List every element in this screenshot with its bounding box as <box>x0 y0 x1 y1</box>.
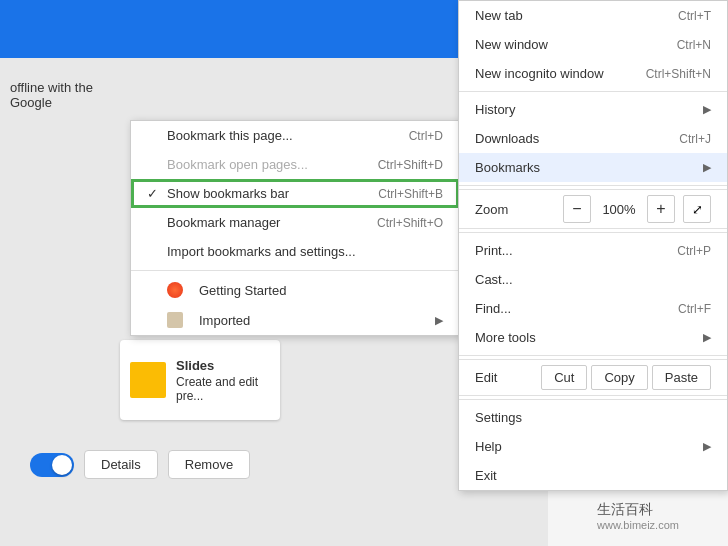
page-text: offline with the Google <box>10 80 130 110</box>
bookmark-page-label: Bookmark this page... <box>167 128 409 143</box>
history-label: History <box>475 102 703 117</box>
slides-description: Create and edit pre... <box>176 375 270 403</box>
show-bookmarks-label: Show bookmarks bar <box>167 186 378 201</box>
bookmarks-submenu: Bookmark this page... Ctrl+D Bookmark op… <box>130 120 460 336</box>
new-incognito-label: New incognito window <box>475 66 646 81</box>
new-window-label: New window <box>475 37 677 52</box>
toggle-area: Details Remove <box>30 450 250 479</box>
slides-title: Slides <box>176 358 270 373</box>
sep-4 <box>459 355 727 356</box>
new-tab-label: New tab <box>475 8 678 23</box>
zoom-plus-button[interactable]: + <box>647 195 675 223</box>
imported-label: Imported <box>199 313 435 328</box>
cast[interactable]: Cast... <box>459 265 727 294</box>
imported-arrow: ▶ <box>435 314 443 327</box>
bookmark-open-pages[interactable]: Bookmark open pages... Ctrl+Shift+D <box>131 150 459 179</box>
bookmark-manager-label: Bookmark manager <box>167 215 377 230</box>
exit-label: Exit <box>475 468 711 483</box>
getting-started[interactable]: Getting Started <box>131 275 459 305</box>
cast-label: Cast... <box>475 272 711 287</box>
new-window-shortcut: Ctrl+N <box>677 38 711 52</box>
find[interactable]: Find... Ctrl+F <box>459 294 727 323</box>
watermark-line1: 生活百科 <box>597 501 679 519</box>
more-tools[interactable]: More tools ▶ <box>459 323 727 352</box>
bookmark-this-page[interactable]: Bookmark this page... Ctrl+D <box>131 121 459 150</box>
downloads-label: Downloads <box>475 131 679 146</box>
bookmark-open-label: Bookmark open pages... <box>167 157 378 172</box>
offline-text: offline with the Google <box>10 80 130 110</box>
history[interactable]: History ▶ <box>459 95 727 124</box>
more-tools-label: More tools <box>475 330 703 345</box>
slides-icon <box>130 362 166 398</box>
bookmark-open-shortcut: Ctrl+Shift+D <box>378 158 443 172</box>
find-label: Find... <box>475 301 678 316</box>
more-tools-arrow: ▶ <box>703 331 711 344</box>
print[interactable]: Print... Ctrl+P <box>459 236 727 265</box>
cut-button[interactable]: Cut <box>541 365 587 390</box>
zoom-label: Zoom <box>475 202 563 217</box>
new-incognito[interactable]: New incognito window Ctrl+Shift+N <box>459 59 727 88</box>
copy-button[interactable]: Copy <box>591 365 647 390</box>
new-tab-shortcut: Ctrl+T <box>678 9 711 23</box>
zoom-fullscreen-button[interactable]: ⤢ <box>683 195 711 223</box>
print-shortcut: Ctrl+P <box>677 244 711 258</box>
find-shortcut: Ctrl+F <box>678 302 711 316</box>
new-window[interactable]: New window Ctrl+N <box>459 30 727 59</box>
show-bookmarks-shortcut: Ctrl+Shift+B <box>378 187 443 201</box>
bookmark-manager-shortcut: Ctrl+Shift+O <box>377 216 443 230</box>
help-label: Help <box>475 439 703 454</box>
zoom-controls: − 100% + ⤢ <box>563 195 711 223</box>
slides-card: Slides Create and edit pre... <box>120 340 280 420</box>
import-bookmarks[interactable]: Import bookmarks and settings... <box>131 237 459 266</box>
settings[interactable]: Settings <box>459 403 727 432</box>
chrome-main-menu: New tab Ctrl+T New window Ctrl+N New inc… <box>458 0 728 491</box>
paste-button[interactable]: Paste <box>652 365 711 390</box>
sep-3 <box>459 232 727 233</box>
sep-1 <box>459 91 727 92</box>
help[interactable]: Help ▶ <box>459 432 727 461</box>
downloads-shortcut: Ctrl+J <box>679 132 711 146</box>
bookmarks-menu-item[interactable]: Bookmarks ▶ <box>459 153 727 182</box>
import-bookmarks-label: Import bookmarks and settings... <box>167 244 443 259</box>
watermark: 生活百科 www.bimeiz.com <box>548 486 728 546</box>
cards-area: Slides Create and edit pre... <box>120 340 280 420</box>
downloads[interactable]: Downloads Ctrl+J <box>459 124 727 153</box>
slides-card-text: Slides Create and edit pre... <box>176 358 270 403</box>
bookmark-manager[interactable]: Bookmark manager Ctrl+Shift+O <box>131 208 459 237</box>
watermark-line2: www.bimeiz.com <box>597 519 679 531</box>
exit[interactable]: Exit <box>459 461 727 490</box>
history-arrow: ▶ <box>703 103 711 116</box>
sep-5 <box>459 399 727 400</box>
imported-icon <box>167 312 183 328</box>
menu-separator-1 <box>131 270 459 271</box>
edit-row: Edit Cut Copy Paste <box>459 359 727 396</box>
getting-started-icon <box>167 282 183 298</box>
zoom-row: Zoom − 100% + ⤢ <box>459 189 727 229</box>
help-arrow: ▶ <box>703 440 711 453</box>
check-mark: ✓ <box>147 186 163 201</box>
zoom-minus-button[interactable]: − <box>563 195 591 223</box>
sep-2 <box>459 185 727 186</box>
bookmarks-label: Bookmarks <box>475 160 703 175</box>
zoom-value: 100% <box>599 202 639 217</box>
imported[interactable]: Imported ▶ <box>131 305 459 335</box>
new-incognito-shortcut: Ctrl+Shift+N <box>646 67 711 81</box>
bookmarks-arrow: ▶ <box>703 161 711 174</box>
settings-label: Settings <box>475 410 711 425</box>
bookmark-page-shortcut: Ctrl+D <box>409 129 443 143</box>
edit-label: Edit <box>475 370 537 385</box>
details-button[interactable]: Details <box>84 450 158 479</box>
toggle-switch[interactable] <box>30 453 74 477</box>
new-tab[interactable]: New tab Ctrl+T <box>459 1 727 30</box>
getting-started-label: Getting Started <box>199 283 443 298</box>
print-label: Print... <box>475 243 677 258</box>
show-bookmarks-bar[interactable]: ✓ Show bookmarks bar Ctrl+Shift+B <box>131 179 459 208</box>
remove-button[interactable]: Remove <box>168 450 250 479</box>
